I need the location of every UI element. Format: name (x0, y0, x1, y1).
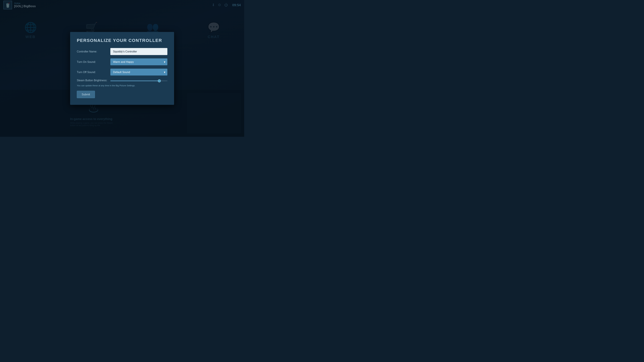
turn-off-sound-wrapper: Default Sound Warm and Happy Valve None … (110, 69, 167, 76)
controller-name-label: Controller Name: (77, 50, 110, 53)
submit-button[interactable]: Submit (77, 91, 95, 98)
turn-off-sound-row: Turn Off Sound: Default Sound Warm and H… (77, 69, 167, 76)
turn-on-sound-label: Turn On Sound: (77, 60, 110, 63)
brightness-row: Steam Button Brightness: (77, 79, 167, 82)
controller-name-input[interactable] (110, 48, 167, 55)
brightness-label: Steam Button Brightness: (77, 79, 110, 82)
hint-text: You can update these at any time in the … (77, 84, 167, 87)
turn-on-sound-row: Turn On Sound: Warm and Happy Default So… (77, 58, 167, 65)
turn-on-sound-select[interactable]: Warm and Happy Default Sound Valve None (110, 58, 167, 65)
brightness-slider[interactable] (110, 81, 167, 81)
controller-name-row: Controller Name: (77, 48, 167, 55)
controller-personalize-dialog: PERSONALIZE YOUR CONTROLLER Controller N… (70, 32, 174, 105)
dialog-title: PERSONALIZE YOUR CONTROLLER (77, 38, 167, 43)
turn-off-sound-label: Turn Off Sound: (77, 70, 110, 73)
brightness-slider-wrapper (110, 79, 167, 82)
turn-off-sound-select[interactable]: Default Sound Warm and Happy Valve None (110, 69, 167, 76)
turn-on-sound-wrapper: Warm and Happy Default Sound Valve None … (110, 58, 167, 65)
